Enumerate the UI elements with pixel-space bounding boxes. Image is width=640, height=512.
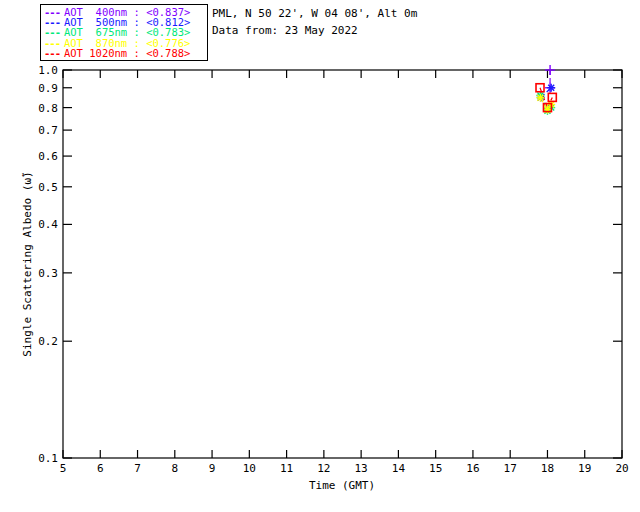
data-point-marker xyxy=(545,65,555,75)
x-tick-label: 14 xyxy=(392,462,405,475)
x-axis-title: Time (GMT) xyxy=(309,479,375,492)
x-tick-label: 10 xyxy=(243,462,256,475)
y-tick-label: 0.1 xyxy=(28,452,58,465)
legend-dash-swatch: --- xyxy=(44,48,60,58)
x-tick-label: 11 xyxy=(280,462,293,475)
plot-area xyxy=(0,0,640,512)
x-tick-label: 6 xyxy=(97,462,104,475)
date-header: Data from: 23 May 2022 xyxy=(212,24,358,37)
legend-item-label: AOT 1020nm : <0.788> xyxy=(64,48,190,58)
x-tick-label: 9 xyxy=(209,462,216,475)
x-tick-label: 8 xyxy=(171,462,178,475)
y-tick-label: 0.4 xyxy=(28,218,58,231)
legend-item: ---AOT 1020nm : <0.788> xyxy=(44,48,204,58)
y-tick-label: 0.2 xyxy=(28,335,58,348)
x-tick-label: 13 xyxy=(355,462,368,475)
data-point-marker xyxy=(543,106,551,114)
y-tick-label: 0.7 xyxy=(28,124,58,137)
y-tick-label: 0.6 xyxy=(28,150,58,163)
y-tick-label: 1.0 xyxy=(28,64,58,77)
y-axis-title: Single Scattering Albedo (ω̃) xyxy=(21,171,34,356)
station-header: PML, N 50 22', W 04 08', Alt 0m xyxy=(212,7,417,20)
x-tick-label: 7 xyxy=(134,462,141,475)
x-tick-label: 19 xyxy=(578,462,591,475)
y-tick-label: 0.8 xyxy=(28,101,58,114)
data-point-marker xyxy=(536,94,544,102)
x-tick-label: 5 xyxy=(60,462,67,475)
legend-box: ---AOT 400nm : <0.837>---AOT 500nm : <0.… xyxy=(40,4,208,61)
x-tick-label: 12 xyxy=(317,462,330,475)
y-tick-label: 0.5 xyxy=(28,180,58,193)
x-tick-label: 17 xyxy=(504,462,517,475)
y-tick-label: 0.3 xyxy=(28,266,58,279)
x-tick-label: 18 xyxy=(541,462,554,475)
plot-frame xyxy=(63,70,622,458)
ssa-plot-page: ---AOT 400nm : <0.837>---AOT 500nm : <0.… xyxy=(0,0,640,512)
y-tick-label: 0.9 xyxy=(28,81,58,94)
x-tick-label: 15 xyxy=(429,462,442,475)
x-tick-label: 16 xyxy=(466,462,479,475)
data-point-marker xyxy=(547,84,555,92)
x-tick-label: 20 xyxy=(615,462,628,475)
